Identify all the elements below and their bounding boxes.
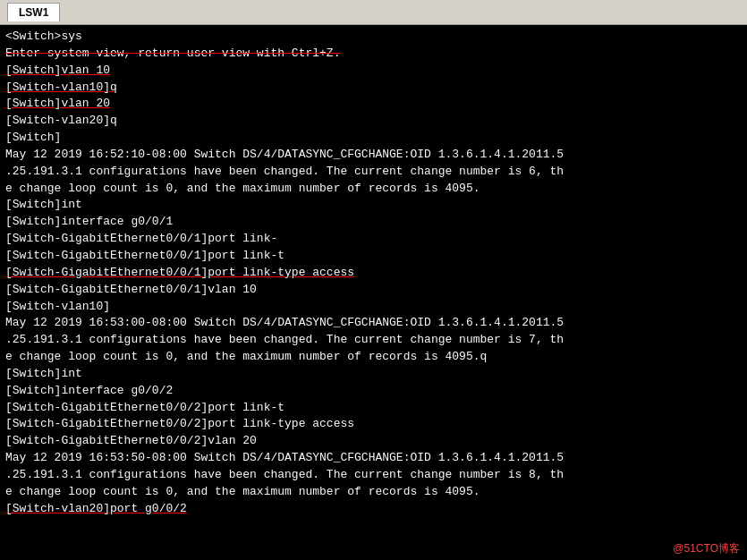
terminal-line: [Switch-GigabitEthernet0/0/2]port link-t: [5, 400, 742, 417]
terminal-line: [Switch]interface g0/0/2: [5, 383, 742, 400]
terminal-line: [Switch-GigabitEthernet0/0/2]vlan 20: [5, 433, 742, 450]
terminal-line: [Switch-GigabitEthernet0/0/1]port link-: [5, 231, 742, 248]
watermark: @51CTO博客: [673, 541, 740, 556]
terminal-line: .25.191.3.1 configurations have been cha…: [5, 164, 742, 181]
terminal-line: May 12 2019 16:53:50-08:00 Switch DS/4/D…: [5, 450, 742, 467]
terminal-line: [Switch]interface g0/0/1: [5, 214, 742, 231]
terminal-line: [Switch]vlan 10: [5, 63, 742, 80]
terminal-line: [Switch]: [5, 130, 742, 147]
terminal-line: e change loop count is 0, and the maximu…: [5, 181, 742, 198]
terminal-line: <Switch>sys: [5, 29, 742, 46]
terminal-line: Enter system view, return user view with…: [5, 46, 742, 63]
main-window: LSW1 <Switch>sysEnter system view, retur…: [0, 0, 747, 560]
terminal-line: [Switch-vlan10]: [5, 299, 742, 316]
terminal-line: [Switch-GigabitEthernet0/0/1]port link-t: [5, 248, 742, 265]
terminal-line: [Switch-GigabitEthernet0/0/2]port link-t…: [5, 416, 742, 433]
terminal-line: .25.191.3.1 configurations have been cha…: [5, 467, 742, 484]
terminal[interactable]: <Switch>sysEnter system view, return use…: [0, 25, 747, 560]
terminal-line: [Switch-vlan10]q: [5, 80, 742, 97]
terminal-line: [Switch-vlan20]q: [5, 113, 742, 130]
terminal-line: May 12 2019 16:53:00-08:00 Switch DS/4/D…: [5, 315, 742, 332]
terminal-line: [Switch]int: [5, 366, 742, 383]
title-bar: LSW1: [0, 0, 747, 25]
terminal-line: e change loop count is 0, and the maximu…: [5, 349, 742, 366]
title-tab[interactable]: LSW1: [7, 3, 60, 21]
terminal-line: .25.191.3.1 configurations have been cha…: [5, 332, 742, 349]
terminal-line: May 12 2019 16:52:10-08:00 Switch DS/4/D…: [5, 147, 742, 164]
terminal-line: [Switch-vlan20]port g0/0/2: [5, 501, 742, 518]
terminal-line: [Switch]vlan 20: [5, 96, 742, 113]
terminal-line: [Switch-GigabitEthernet0/0/1]vlan 10: [5, 282, 742, 299]
terminal-line: [Switch]int: [5, 197, 742, 214]
terminal-line: [Switch-GigabitEthernet0/0/1]port link-t…: [5, 265, 742, 282]
terminal-line: e change loop count is 0, and the maximu…: [5, 484, 742, 501]
